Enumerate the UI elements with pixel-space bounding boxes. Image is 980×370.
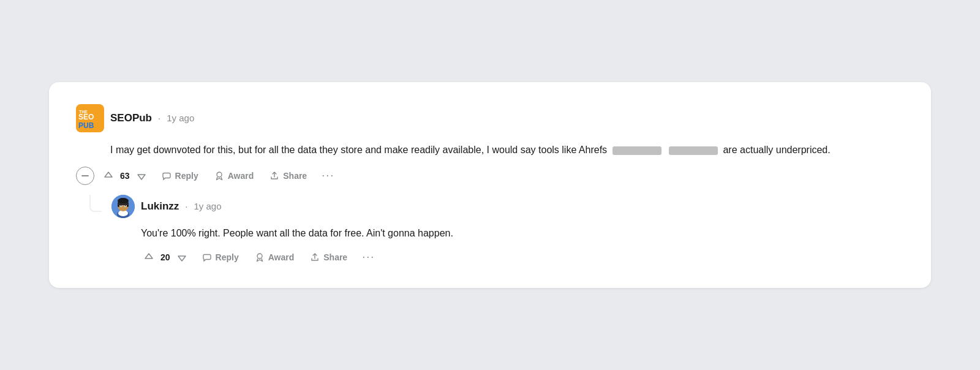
upvote-icon [103,170,114,181]
reply-upvote-icon [143,252,154,263]
downvote-icon [136,170,147,181]
reply-reply-icon [202,252,212,262]
reply-action-bar: 20 Reply [141,248,904,266]
reply-vote-group: 20 [141,249,190,265]
reply-downvote-icon [176,252,187,263]
thread-line [89,195,102,266]
comment-timestamp: 1y ago [167,113,194,123]
svg-text:PUB: PUB [78,121,94,130]
comment-text: I may get downvoted for this, but for al… [110,142,904,158]
dot-separator: · [158,113,160,123]
avatar-image [111,195,135,218]
reply-timestamp: 1y ago [194,201,222,211]
comment-card: THE SEO PUB SEOPub · 1y ago I may get do… [49,82,931,288]
reply-downvote-button[interactable] [174,249,190,265]
reply-more-icon: ··· [362,251,375,263]
minus-icon [81,172,89,180]
comment-body: I may get downvoted for this, but for al… [110,142,904,158]
seopub-logo: THE SEO PUB [76,104,104,132]
reply-button[interactable]: Reply [156,167,205,184]
reply-avatar [111,195,135,218]
svg-point-15 [121,205,122,206]
svg-text:SEO: SEO [78,113,94,121]
downvote-button[interactable] [134,168,149,184]
reply-body: You're 100% right. People want all the d… [141,225,904,241]
reply-award-icon [255,252,265,262]
reply-share-icon [310,252,320,262]
upvote-button[interactable] [100,168,116,184]
vote-count: 63 [120,171,130,181]
reply-upvote-button[interactable] [141,249,157,265]
vote-group: 63 [100,168,149,184]
share-icon [270,171,279,181]
reply-text: You're 100% right. People want all the d… [141,225,904,241]
author-row: THE SEO PUB SEOPub · 1y ago [76,104,904,132]
reply-share-button[interactable]: Share [304,249,353,266]
award-button[interactable]: Award [208,167,260,184]
action-bar: 63 Reply Award Shar [76,167,904,185]
reply-author-row: Lukinzz · 1y ago [111,195,904,218]
svg-rect-17 [118,203,129,205]
reply-reply-button[interactable]: Reply [196,249,245,266]
share-button[interactable]: Share [263,167,313,184]
redacted-text-2 [669,146,718,155]
redacted-text-1 [612,146,662,155]
more-icon: ··· [322,169,334,181]
thread-container: Lukinzz · 1y ago You're 100% right. Peop… [89,195,904,266]
reply-vote-count: 20 [160,252,170,262]
svg-point-16 [125,205,126,206]
collapse-button[interactable] [76,167,94,185]
reply-more-button[interactable]: ··· [357,248,380,266]
reply-icon [162,171,172,181]
svg-point-18 [257,254,262,259]
reply-author-name: Lukinzz [141,200,179,213]
reply-award-button[interactable]: Award [249,249,301,266]
reply-content: Lukinzz · 1y ago You're 100% right. Peop… [111,195,904,266]
author-name: SEOPub [110,112,152,124]
award-icon [214,171,224,181]
reply-dot-separator: · [185,201,187,211]
svg-point-5 [217,172,222,177]
thread-curve [89,195,102,212]
more-button[interactable]: ··· [317,167,339,184]
